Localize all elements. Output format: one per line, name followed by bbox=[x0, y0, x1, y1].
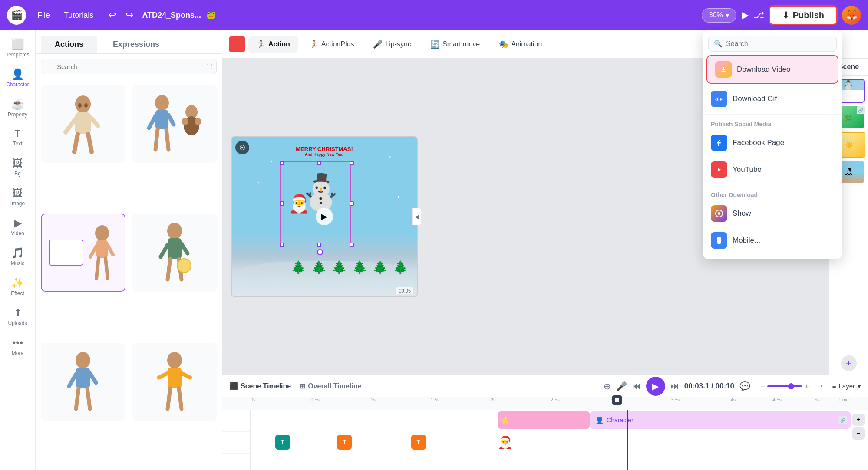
anim-tab-lipsync[interactable]: 🎤 Lip-sync bbox=[365, 36, 419, 53]
sidebar-item-templates[interactable]: ⬜ Templates bbox=[3, 34, 33, 62]
action-card-1[interactable] bbox=[41, 85, 125, 163]
sidebar-item-bg[interactable]: 🖼 Bg bbox=[3, 153, 33, 181]
tree-4: 🌲 bbox=[352, 260, 367, 274]
handle-mr[interactable] bbox=[350, 201, 354, 206]
track-bottom-item-4[interactable]: 🎅 bbox=[498, 433, 513, 452]
expand-icon[interactable]: ⛶ bbox=[206, 63, 212, 70]
anim-tab-smartmove[interactable]: 🔄 Smart move bbox=[422, 36, 488, 53]
undo-redo-group: ↩ ↪ bbox=[105, 7, 137, 23]
sidebar-item-more[interactable]: ••• More bbox=[3, 332, 33, 361]
sync-button[interactable]: ⊕ bbox=[604, 381, 611, 391]
svg-line-21 bbox=[108, 245, 113, 255]
svg-point-6 bbox=[78, 103, 82, 108]
timeline-controls: ⊕ 🎤 ⏮ ▶ ⏭ 00:03.1 / 00:10 💬 − + ↔ bbox=[604, 377, 861, 396]
share-button[interactable]: ⎇ bbox=[753, 10, 764, 21]
zoom-minus-button[interactable]: − bbox=[761, 382, 765, 390]
collapse-panel-button[interactable]: ◀ bbox=[412, 208, 422, 225]
action-card-3[interactable] bbox=[41, 214, 125, 292]
topbar-menu: File Tutorials bbox=[31, 8, 99, 23]
zoom-slider[interactable] bbox=[767, 385, 802, 387]
zoom-control[interactable]: 30% ▾ bbox=[702, 8, 736, 23]
overall-timeline-tab[interactable]: ⊞ Overall Timeline bbox=[300, 382, 361, 390]
sidebar-item-video[interactable]: ▶ Video bbox=[3, 213, 33, 241]
download-video-item[interactable]: Download Video bbox=[706, 55, 838, 84]
track-bottom-item-1[interactable]: T bbox=[275, 433, 290, 452]
sidebar-item-property[interactable]: ☕ Property bbox=[3, 94, 33, 122]
sidebar-item-effect[interactable]: ✨ Effect bbox=[3, 273, 33, 301]
action-card-5[interactable] bbox=[41, 343, 125, 421]
next-frame-button[interactable]: ⏭ bbox=[670, 381, 679, 391]
anim-tab-action[interactable]: 🏃 Action bbox=[248, 36, 298, 53]
action-card-2[interactable] bbox=[132, 85, 217, 163]
captions-button[interactable]: 💬 bbox=[739, 381, 750, 391]
publish-button[interactable]: ⬇ Publish bbox=[769, 5, 838, 25]
sidebar-label-character: Character bbox=[6, 82, 29, 88]
ruler-15s: 1.5s bbox=[431, 397, 440, 402]
sidebar-item-character[interactable]: 👤 Character bbox=[3, 64, 33, 92]
handle-tl[interactable] bbox=[280, 161, 284, 165]
collapse-arrow-icon: ◀ bbox=[415, 213, 419, 220]
expand-timeline-button[interactable]: ↔ bbox=[816, 381, 824, 391]
playhead-marker[interactable] bbox=[612, 395, 622, 405]
preview-button[interactable]: ▶ bbox=[742, 10, 749, 21]
tab-expressions[interactable]: Expressions bbox=[99, 36, 173, 53]
anim-tab-actionplus[interactable]: 🏃 ActionPlus bbox=[301, 36, 362, 53]
app-logo[interactable]: 🎬 bbox=[7, 6, 26, 25]
track-clip-character[interactable]: 👤 Character 🔗 bbox=[590, 411, 851, 429]
dropdown-search-input[interactable] bbox=[726, 40, 831, 48]
download-gif-item[interactable]: GIF Download Gif bbox=[703, 85, 842, 112]
add-scene-button[interactable]: + bbox=[841, 355, 857, 371]
handle-bl[interactable] bbox=[280, 243, 284, 247]
timeline-play-button[interactable]: ▶ bbox=[646, 377, 665, 396]
user-avatar[interactable]: 🦊 bbox=[842, 6, 861, 25]
svg-point-31 bbox=[76, 352, 90, 368]
undo-button[interactable]: ↩ bbox=[105, 7, 119, 23]
mic-button[interactable]: 🎤 bbox=[616, 381, 627, 391]
timeline-minus-button[interactable]: − bbox=[852, 427, 865, 440]
sidebar-item-music[interactable]: 🎵 Music bbox=[3, 243, 33, 271]
layer-control[interactable]: ≡ Layer ▾ bbox=[832, 382, 861, 390]
scene-play-button[interactable]: ▶ bbox=[316, 208, 333, 225]
handle-tr[interactable] bbox=[350, 161, 354, 165]
svg-line-35 bbox=[76, 388, 79, 409]
handle-bm[interactable] bbox=[317, 243, 321, 247]
mobile-item[interactable]: Mobile... bbox=[703, 227, 842, 254]
handle-tm[interactable] bbox=[317, 161, 321, 165]
track-bottom-item-2[interactable]: T bbox=[337, 433, 352, 452]
scene-timeline-label: Scene Timeline bbox=[241, 382, 291, 390]
sidebar-item-image[interactable]: 🖼 Image bbox=[3, 183, 33, 211]
menu-tutorials[interactable]: Tutorials bbox=[58, 8, 99, 23]
dropdown-search-area: 🔍 bbox=[708, 36, 837, 52]
actions-search-input[interactable] bbox=[41, 59, 217, 74]
track-bottom-item-3[interactable]: T bbox=[411, 433, 426, 452]
show-item[interactable]: Show bbox=[703, 200, 842, 227]
timeline-plus-button[interactable]: + bbox=[852, 414, 865, 426]
sidebar-label-image: Image bbox=[10, 200, 25, 207]
prev-frame-button[interactable]: ⏮ bbox=[632, 381, 641, 391]
color-box[interactable] bbox=[229, 36, 245, 52]
track-clip-pink[interactable]: ⭐ bbox=[498, 411, 590, 429]
youtube-item[interactable]: YouTube bbox=[703, 156, 842, 183]
action-card-6[interactable] bbox=[132, 343, 217, 421]
zoom-plus-button[interactable]: + bbox=[805, 382, 809, 390]
handle-ml[interactable] bbox=[280, 201, 284, 206]
actionplus-tab-icon: 🏃 bbox=[309, 39, 319, 49]
anim-tab-animation[interactable]: 🎭 Animation bbox=[491, 36, 550, 53]
other-download-title: Other Download bbox=[703, 187, 842, 200]
scene-trees: 🌲 🌲 🌲 🌲 🌲 🌲 bbox=[232, 260, 417, 274]
download-gif-label: Download Gif bbox=[733, 95, 777, 103]
action-card-4[interactable] bbox=[132, 214, 217, 292]
scene-timeline-tab[interactable]: ⬛ Scene Timeline bbox=[229, 382, 291, 390]
sidebar-item-uploads[interactable]: ⬆ Uploads bbox=[3, 302, 33, 331]
clip-character-label: Character bbox=[607, 417, 633, 424]
zoom-slider-handle[interactable] bbox=[788, 383, 794, 389]
redo-button[interactable]: ↪ bbox=[122, 7, 137, 23]
sidebar-item-text[interactable]: T Text bbox=[3, 124, 33, 151]
facebook-item[interactable]: Facebook Page bbox=[703, 129, 842, 156]
rotate-handle[interactable] bbox=[317, 249, 323, 255]
canvas-scene[interactable]: ⦿ MERRY CHRISTMAS! And Happy New Year • … bbox=[231, 136, 418, 297]
svg-line-34 bbox=[90, 373, 96, 383]
menu-file[interactable]: File bbox=[31, 8, 56, 23]
handle-br[interactable] bbox=[350, 243, 354, 247]
tab-actions[interactable]: Actions bbox=[41, 36, 97, 53]
